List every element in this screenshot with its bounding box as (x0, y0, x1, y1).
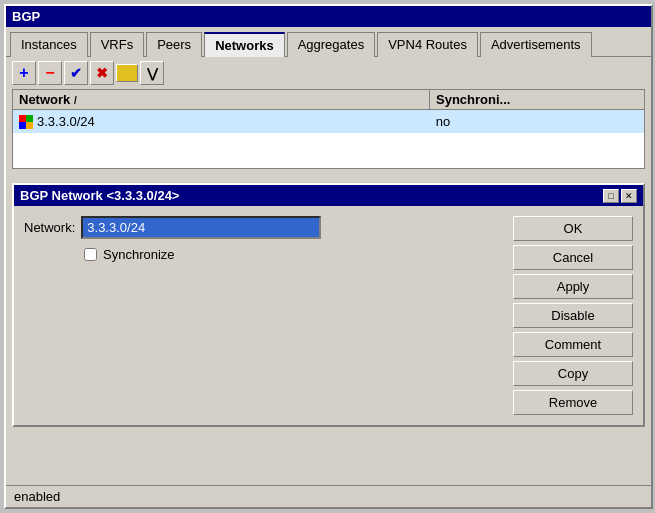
sort-icon: / (74, 95, 77, 106)
status-text: enabled (14, 489, 60, 504)
tab-vrfs[interactable]: VRFs (90, 32, 145, 57)
delete-button[interactable]: − (38, 61, 62, 85)
cancel-button[interactable]: Cancel (513, 245, 633, 270)
bgp-network-dialog: BGP Network <3.3.3.0/24> □ ✕ Network: Sy… (12, 183, 645, 427)
column-header-sync: Synchroni... (430, 90, 644, 109)
window-title: BGP (12, 9, 40, 24)
sync-row: Synchronize (24, 247, 503, 262)
tab-aggregates[interactable]: Aggregates (287, 32, 376, 57)
synchronize-checkbox[interactable] (84, 248, 97, 261)
table-row[interactable]: 3.3.3.0/24 no (13, 110, 644, 133)
tab-advertisements[interactable]: Advertisements (480, 32, 592, 57)
disable-button[interactable]: Disable (513, 303, 633, 328)
title-bar: BGP (6, 6, 651, 27)
dialog-buttons: OK Cancel Apply Disable Comment Copy Rem… (513, 216, 633, 415)
ok-button[interactable]: OK (513, 216, 633, 241)
dialog-controls: □ ✕ (603, 189, 637, 203)
dialog-body: Network: Synchronize OK Cancel Apply Dis… (14, 206, 643, 425)
toolbar: + − ✔ ✖ ⋁ (6, 57, 651, 89)
filter-button[interactable]: ⋁ (140, 61, 164, 85)
status-bar: enabled (6, 485, 651, 507)
apply-button[interactable]: Apply (513, 274, 633, 299)
network-label: Network: (24, 220, 75, 235)
synchronize-label: Synchronize (103, 247, 175, 262)
square-button[interactable] (116, 64, 138, 82)
network-icon (19, 115, 33, 129)
tab-peers[interactable]: Peers (146, 32, 202, 57)
cell-network: 3.3.3.0/24 (13, 112, 430, 131)
add-button[interactable]: + (12, 61, 36, 85)
column-header-network: Network / (13, 90, 430, 109)
table-header: Network / Synchroni... (13, 90, 644, 110)
copy-button[interactable]: Copy (513, 361, 633, 386)
tab-bar: Instances VRFs Peers Networks Aggregates… (6, 27, 651, 57)
dialog-close-button[interactable]: ✕ (621, 189, 637, 203)
dialog-title-bar: BGP Network <3.3.3.0/24> □ ✕ (14, 185, 643, 206)
remove-button[interactable]: Remove (513, 390, 633, 415)
network-input[interactable] (81, 216, 321, 239)
check-button[interactable]: ✔ (64, 61, 88, 85)
dialog-restore-button[interactable]: □ (603, 189, 619, 203)
network-field-row: Network: (24, 216, 503, 239)
networks-table: Network / Synchroni... 3.3.3.0/24 no (12, 89, 645, 169)
tab-instances[interactable]: Instances (10, 32, 88, 57)
comment-button[interactable]: Comment (513, 332, 633, 357)
main-window: BGP Instances VRFs Peers Networks Aggreg… (4, 4, 653, 509)
tab-vpn4routes[interactable]: VPN4 Routes (377, 32, 478, 57)
tab-networks[interactable]: Networks (204, 32, 285, 57)
cell-sync: no (430, 112, 644, 131)
x-button[interactable]: ✖ (90, 61, 114, 85)
dialog-form: Network: Synchronize (24, 216, 503, 415)
dialog-title: BGP Network <3.3.3.0/24> (20, 188, 179, 203)
